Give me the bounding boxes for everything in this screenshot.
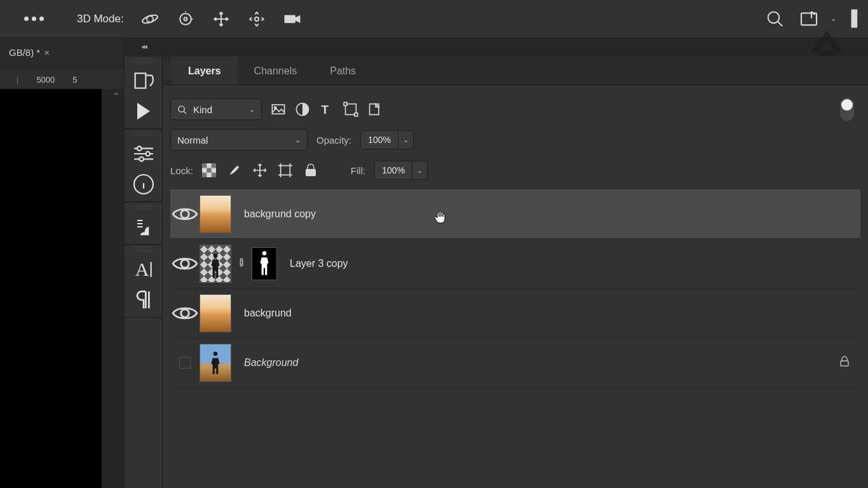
- layer-mask-link-icon[interactable]: [238, 257, 245, 269]
- ruler-mark: 5: [72, 75, 77, 85]
- layer-name[interactable]: backgrund copy: [244, 208, 316, 220]
- roll-3d-icon[interactable]: [176, 10, 195, 29]
- svg-text:A: A: [135, 259, 149, 280]
- visibility-toggle[interactable]: [170, 200, 200, 229]
- lock-pixels-icon[interactable]: [227, 163, 241, 177]
- svg-rect-26: [212, 163, 216, 168]
- svg-rect-31: [306, 170, 316, 176]
- lock-position-icon[interactable]: [253, 163, 267, 177]
- share-dropdown-chevron[interactable]: ⌄: [831, 15, 836, 23]
- filter-shape-icon[interactable]: [343, 102, 358, 117]
- svg-text:T: T: [322, 103, 329, 116]
- svg-point-10: [137, 146, 142, 151]
- ruler-horizontal[interactable]: | 5000 5: [0, 70, 124, 89]
- layer-mask-thumbnail[interactable]: [252, 247, 277, 280]
- layer-name[interactable]: backgrund: [244, 308, 292, 319]
- document-tab[interactable]: GB/8) * ×: [5, 44, 53, 60]
- slide-3d-icon[interactable]: [247, 10, 266, 29]
- blend-mode-select[interactable]: Normal ⌄: [170, 129, 308, 151]
- search-icon[interactable]: [766, 10, 785, 29]
- svg-rect-8: [851, 10, 858, 28]
- clone-source-icon[interactable]: [131, 214, 156, 240]
- ruler-mark: 5000: [36, 75, 55, 85]
- close-tab-icon[interactable]: ×: [44, 47, 50, 58]
- svg-point-15: [179, 105, 184, 111]
- svg-rect-16: [272, 105, 284, 114]
- opacity-value[interactable]: 100%: [360, 130, 398, 149]
- svg-point-4: [255, 17, 259, 20]
- svg-rect-5: [284, 15, 295, 23]
- character-icon[interactable]: A: [131, 256, 156, 283]
- opacity-label[interactable]: Opacity:: [316, 135, 351, 146]
- svg-rect-35: [841, 361, 848, 366]
- pan-3d-icon[interactable]: [212, 10, 231, 29]
- lock-artboard-icon[interactable]: [278, 163, 292, 177]
- info-icon[interactable]: [131, 171, 156, 198]
- filter-adjustment-icon[interactable]: [295, 102, 310, 117]
- camera-3d-icon[interactable]: [283, 10, 302, 29]
- fill-dropdown-chevron[interactable]: ⌄: [412, 161, 428, 180]
- filter-pixel-icon[interactable]: [271, 102, 286, 117]
- layer-row[interactable]: backgrund copy: [170, 189, 860, 239]
- collapse-panels-icon[interactable]: ◂◂: [125, 39, 163, 53]
- svg-rect-27: [207, 168, 211, 172]
- layer-thumbnail[interactable]: [200, 294, 231, 332]
- filter-type-icon[interactable]: T: [319, 102, 334, 117]
- canvas-area: | 5000 5 ⌃: [0, 70, 124, 488]
- svg-rect-22: [355, 113, 358, 116]
- layer-row[interactable]: Background: [170, 338, 860, 388]
- tab-channels[interactable]: Channels: [238, 57, 314, 85]
- layer-thumbnail[interactable]: [200, 344, 231, 382]
- layer-row[interactable]: Layer 3 copy: [170, 239, 860, 288]
- svg-rect-25: [202, 163, 207, 168]
- fill-value[interactable]: 100%: [374, 161, 412, 180]
- layer-list: backgrund copy Layer 3 co: [170, 189, 860, 388]
- layer-name[interactable]: Background: [244, 357, 298, 369]
- history-icon[interactable]: [131, 67, 156, 94]
- svg-point-3: [184, 17, 187, 20]
- lock-transparent-icon[interactable]: [202, 163, 216, 177]
- svg-rect-28: [202, 173, 207, 177]
- filter-toggle[interactable]: [840, 98, 854, 121]
- svg-rect-9: [135, 73, 146, 88]
- svg-point-2: [180, 13, 191, 25]
- layer-filter-select[interactable]: Kind ⌄: [170, 98, 262, 120]
- layer-name[interactable]: Layer 3 copy: [290, 258, 348, 269]
- svg-point-11: [146, 152, 150, 156]
- watermark-logo: [804, 25, 849, 60]
- layer-thumbnail[interactable]: [200, 245, 231, 283]
- tab-paths[interactable]: Paths: [313, 57, 372, 85]
- actions-icon[interactable]: [131, 98, 156, 125]
- svg-point-12: [139, 157, 144, 161]
- lock-all-icon[interactable]: [304, 163, 318, 177]
- visibility-toggle[interactable]: [170, 249, 200, 278]
- panel-dock: A: [125, 56, 163, 488]
- opacity-dropdown-chevron[interactable]: ⌄: [398, 130, 414, 149]
- orbit-3d-icon[interactable]: [140, 10, 159, 29]
- layers-panel: Layers Channels Paths Kind ⌄ T: [163, 56, 868, 488]
- lock-label: Lock:: [170, 165, 193, 176]
- svg-rect-21: [344, 102, 347, 105]
- layer-locked-icon[interactable]: [839, 356, 850, 369]
- svg-point-32: [181, 210, 189, 218]
- visibility-toggle[interactable]: [170, 357, 200, 369]
- panel-tab-strip: Layers Channels Paths: [163, 56, 868, 85]
- svg-rect-29: [212, 173, 216, 177]
- scroll-up-arrow[interactable]: ⌃: [112, 92, 120, 100]
- tab-layers[interactable]: Layers: [172, 57, 238, 85]
- layer-row[interactable]: backgrund: [170, 288, 860, 338]
- workspace-icon[interactable]: [850, 10, 860, 29]
- document-tab-strip: GB/8) * ×: [0, 38, 124, 70]
- options-bar: 3D Mode: ⌄: [0, 0, 868, 38]
- svg-point-6: [768, 11, 780, 23]
- visibility-toggle[interactable]: [170, 299, 200, 328]
- options-menu-button[interactable]: [24, 17, 44, 21]
- layer-thumbnail[interactable]: [200, 195, 231, 233]
- paragraph-icon[interactable]: [131, 287, 156, 313]
- blend-mode-label: Normal: [177, 135, 208, 146]
- svg-point-33: [181, 259, 189, 268]
- fill-label[interactable]: Fill:: [351, 165, 365, 176]
- filter-smart-icon[interactable]: [367, 102, 383, 117]
- canvas-surface[interactable]: [0, 89, 102, 488]
- adjustments-icon[interactable]: [131, 140, 156, 167]
